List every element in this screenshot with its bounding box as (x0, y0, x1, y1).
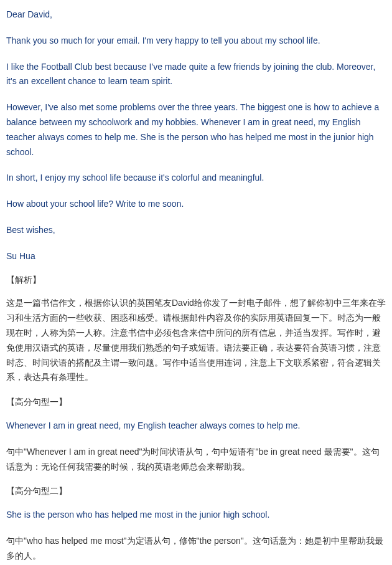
letter-paragraph-3: However, I've also met some problems ove… (6, 100, 386, 159)
sentence1-explanation: 句中"Whenever I am in great need"为时间状语从句，句… (6, 445, 386, 475)
sentence1-header: 【高分句型一】 (6, 395, 386, 410)
letter-closing: Best wishes, (6, 223, 386, 238)
sentence2-explanation: 句中"who has helped me most"为定语从句，修饰"the p… (6, 534, 386, 564)
letter-greeting: Dear David, (6, 7, 386, 22)
sentence1-english: Whenever I am in great need, my English … (6, 419, 386, 434)
letter-paragraph-4: In short, I enjoy my school life because… (6, 171, 386, 186)
letter-paragraph-5: How about your school life? Write to me … (6, 197, 386, 212)
letter-signature: Su Hua (6, 249, 386, 264)
sentence2-english: She is the person who has helped me most… (6, 508, 386, 523)
sentence2-header: 【高分句型二】 (6, 484, 386, 499)
analysis-body: 这是一篇书信作文，根据你认识的英国笔友David给你发了一封电子邮件，想了解你初… (6, 296, 386, 385)
analysis-header: 【解析】 (6, 273, 386, 288)
letter-paragraph-1: Thank you so much for your email. I'm ve… (6, 34, 386, 49)
letter-paragraph-2: I like the Football Club best because I'… (6, 60, 386, 90)
